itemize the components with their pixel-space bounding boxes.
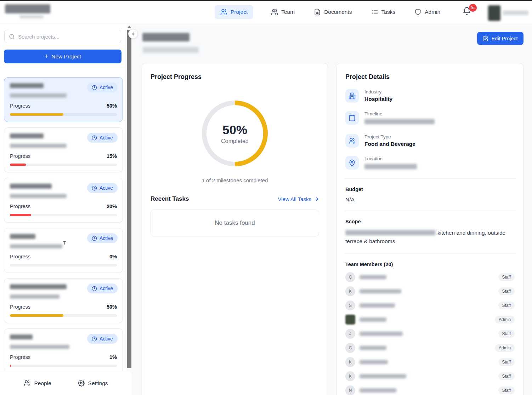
sidebar-collapse-button[interactable] — [128, 29, 138, 39]
status-badge: Active — [87, 82, 118, 92]
calendar-icon — [345, 111, 359, 125]
scope-text: kitchen and dinning, outside terrace & b… — [345, 229, 515, 246]
tab-documents-label: Documents — [324, 9, 352, 15]
tab-team-label: Team — [281, 9, 295, 15]
member-role-badge: Staff — [498, 302, 515, 309]
recent-tasks-title: Recent Tasks — [151, 195, 189, 202]
project-type-value: Food and Beverage — [364, 141, 415, 147]
map-pin-icon — [345, 156, 359, 170]
status-badge: Active — [87, 233, 118, 243]
project-subtitle-redacted — [10, 294, 60, 299]
tab-admin-label: Admin — [425, 9, 440, 15]
status-label: Active — [100, 135, 113, 141]
budget-label: Budget — [345, 187, 515, 192]
clock-icon — [92, 85, 97, 90]
progress-bar — [10, 264, 117, 267]
scope-redacted-part — [345, 230, 435, 235]
avatar: K — [345, 371, 355, 381]
people-button[interactable]: People — [24, 380, 51, 387]
tab-documents[interactable]: Documents — [312, 5, 353, 19]
project-card[interactable]: Active Progress 1% — [4, 328, 123, 373]
view-all-tasks-link[interactable]: View All Tasks — [278, 196, 319, 202]
avatar: C — [345, 343, 355, 353]
status-label: Active — [100, 185, 113, 191]
member-role-badge: Staff — [498, 358, 515, 366]
progress-bar-fill — [10, 214, 31, 216]
member-name-redacted — [360, 317, 386, 322]
edit-pencil-icon — [483, 36, 488, 41]
progress-label: Progress — [10, 304, 30, 310]
member-role-badge: Staff — [498, 372, 515, 380]
status-badge: Active — [87, 284, 118, 293]
member-name-redacted — [360, 289, 401, 293]
tab-team[interactable]: Team — [270, 5, 296, 19]
status-label: Active — [100, 85, 113, 90]
status-badge: Active — [87, 133, 118, 143]
progress-label: Progress — [10, 354, 30, 360]
user-name-redacted — [503, 11, 528, 15]
page-subtitle-redacted — [143, 47, 199, 53]
team-member-row: Admin — [345, 313, 515, 327]
settings-button[interactable]: Settings — [78, 380, 108, 387]
edit-project-button[interactable]: Edit Project — [477, 32, 523, 45]
arrow-right-icon — [314, 196, 319, 202]
tab-tasks[interactable]: Tasks — [370, 5, 397, 19]
donut-completed-label: Completed — [221, 138, 248, 144]
user-avatar[interactable] — [488, 5, 500, 21]
location-label: Location — [364, 156, 417, 161]
project-name-redacted — [10, 83, 44, 88]
top-navbar: Project Team Documents Tasks Admin 9+ — [0, 1, 532, 24]
team-members-title: Team Members (20) — [345, 262, 515, 267]
detail-row-industry: Industry Hospitality — [345, 89, 515, 103]
project-details-card: Project Details Industry Hospitality Tim… — [336, 63, 523, 395]
member-name-redacted — [360, 346, 386, 350]
status-label: Active — [100, 336, 113, 342]
divider — [345, 253, 515, 254]
details-card-title: Project Details — [345, 73, 515, 81]
divider — [345, 211, 515, 211]
shield-icon — [414, 8, 421, 16]
project-card[interactable]: Active Progress 50% — [4, 77, 123, 122]
search-icon — [9, 34, 15, 40]
project-card[interactable]: Active Progress 50% — [4, 278, 123, 323]
status-badge: Active — [87, 334, 118, 344]
notifications-button[interactable]: 9+ — [463, 7, 475, 19]
no-tasks-box: No tasks found — [151, 210, 319, 236]
clock-icon — [92, 236, 97, 241]
new-project-button[interactable]: + New Project — [4, 50, 121, 63]
member-name-redacted — [360, 360, 388, 364]
member-role-badge: Staff — [498, 330, 515, 338]
view-all-tasks-label: View All Tasks — [278, 196, 312, 202]
users-icon — [271, 8, 278, 16]
project-card[interactable]: Active T Progress 0% — [4, 228, 123, 273]
project-type-label: Project Type — [364, 134, 415, 139]
project-subtitle-redacted — [10, 144, 67, 148]
tab-admin[interactable]: Admin — [413, 5, 442, 19]
status-label: Active — [100, 286, 113, 291]
progress-percent: 20% — [107, 204, 117, 209]
tab-tasks-label: Tasks — [381, 9, 396, 15]
detail-row-location: Location — [345, 156, 515, 171]
project-subtitle-redacted — [10, 194, 67, 198]
industry-label: Industry — [364, 89, 392, 95]
search-input[interactable] — [18, 34, 117, 40]
team-member-row: K Staff — [345, 369, 515, 383]
status-label: Active — [100, 235, 113, 241]
detail-row-timeline: Timeline — [345, 111, 515, 126]
sidebar-scrollbar-thumb[interactable] — [127, 30, 131, 368]
progress-percent: 15% — [107, 153, 117, 159]
team-member-row: K Staff — [345, 284, 515, 298]
tab-project[interactable]: Project — [215, 5, 253, 19]
team-member-row: J Staff — [345, 327, 515, 341]
scrollbar-up-arrow-icon[interactable] — [128, 25, 131, 28]
app-logo — [5, 4, 50, 13]
project-card[interactable]: Active Progress 15% — [4, 127, 123, 172]
project-card[interactable]: Active Progress 20% — [4, 178, 123, 223]
gear-icon — [78, 380, 85, 387]
projects-sidebar: + New Project Active Progress 50% Active — [0, 24, 127, 395]
progress-bar — [10, 214, 117, 216]
progress-label: Progress — [10, 153, 30, 159]
main-nav: Project Team Documents Tasks Admin — [215, 5, 442, 19]
scope-label: Scope — [345, 219, 515, 224]
member-role-badge: Staff — [498, 287, 515, 295]
